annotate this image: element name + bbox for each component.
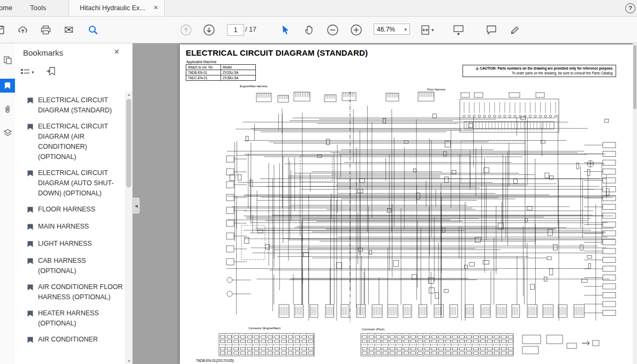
print-icon[interactable] bbox=[41, 25, 51, 35]
applicable-machine-table: Attach to vol. No. Model TADB-EN-01 ZX33… bbox=[186, 64, 256, 81]
connector-left-label: Connector (Engine/Main) bbox=[248, 327, 280, 330]
table-cell: TADC-EN-01 bbox=[186, 75, 221, 81]
bookmark-label: HEATER HARNESS (OPTIONAL) bbox=[38, 308, 123, 329]
bookmark-label: ELECTRICAL CIRCUIT DIAGRAM (AIR CONDITIO… bbox=[38, 122, 123, 162]
search-icon[interactable] bbox=[88, 25, 98, 35]
next-page-icon[interactable] bbox=[203, 24, 215, 36]
scroll-up-icon[interactable]: ▲ bbox=[126, 93, 132, 96]
document-tab-label: Hitachi Hydraulic Ex... bbox=[80, 0, 145, 16]
bookmarks-panel-icon[interactable] bbox=[0, 79, 15, 93]
close-document-icon[interactable]: × bbox=[151, 4, 160, 12]
bookmark-item[interactable]: ELECTRICAL CIRCUIT DIAGRAM (STANDARD) bbox=[15, 95, 125, 116]
comment-icon[interactable] bbox=[486, 25, 497, 35]
tab-tools[interactable]: Tools bbox=[24, 0, 52, 16]
page-title: ELECTRICAL CIRCUIT DIAGRAM (STANDARD) bbox=[186, 48, 368, 57]
previous-page-icon[interactable] bbox=[180, 24, 192, 36]
engine-harness-label: Engine/Main Harness bbox=[240, 85, 268, 88]
layers-icon[interactable] bbox=[0, 126, 15, 140]
bookmark-options-icon[interactable]: ▾ bbox=[20, 68, 34, 77]
save-icon[interactable] bbox=[0, 25, 5, 35]
tab-bar: ome Tools Hitachi Hydraulic Ex... × ? bbox=[0, 0, 637, 17]
wiring-diagram bbox=[209, 92, 627, 359]
bookmark-label: ELECTRICAL CIRCUIT DIAGRAM (STANDARD) bbox=[38, 95, 123, 116]
acrobat-window: ome Tools Hitachi Hydraulic Ex... × ? ✉ … bbox=[0, 0, 637, 364]
bookmark-icon bbox=[27, 240, 34, 250]
bookmark-list: ELECTRICAL CIRCUIT DIAGRAM (STANDARD) EL… bbox=[15, 95, 125, 364]
bookmark-item[interactable]: ELECTRICAL CIRCUIT DIAGRAM (AIR CONDITIO… bbox=[15, 122, 125, 162]
zoom-level-dropdown[interactable]: 46.7% ▾ bbox=[374, 24, 410, 35]
scrollbar-thumb[interactable] bbox=[633, 45, 636, 109]
bookmark-item[interactable]: FLOOR HARNESS bbox=[15, 204, 125, 216]
zoom-in-icon[interactable] bbox=[350, 24, 362, 36]
main-region: Bookmarks × ▾ ELECTRICAL CIRCUIT DIAGRAM… bbox=[0, 43, 637, 364]
highlighter-icon[interactable] bbox=[510, 25, 520, 35]
table-header-cell: Model bbox=[221, 65, 256, 70]
email-icon[interactable]: ✉ bbox=[64, 24, 74, 36]
bookmark-label: AIR CONDITIONER bbox=[38, 335, 98, 345]
navigation-strip bbox=[0, 43, 16, 364]
page-display-mode-icon[interactable] bbox=[453, 25, 464, 35]
zoom-out-icon[interactable] bbox=[327, 24, 339, 36]
document-viewer: ◂ ELECTRICAL CIRCUIT DIAGRAM (STANDARD) … bbox=[133, 43, 633, 364]
table-cell: ZX33U-5A bbox=[221, 70, 256, 75]
caution-line-2: To order parts on the drawing, be sure t… bbox=[465, 71, 613, 76]
bookmark-icon bbox=[27, 284, 34, 293]
toolbar: ✉ / 17 46.7% ▾ ▾ bbox=[0, 17, 637, 43]
connector-right-label: Connector (Floor) bbox=[362, 328, 384, 331]
bookmark-item[interactable]: AIR CONDITIONER bbox=[15, 335, 125, 346]
bookmark-item[interactable]: LIGHT HARNESS bbox=[15, 239, 125, 250]
select-tool-icon[interactable] bbox=[282, 25, 291, 35]
bookmark-item[interactable]: AIR CONDITIONER FLOOR HARNESS (OPTIONAL) bbox=[15, 282, 125, 302]
document-code: TADB-EN-01(20170105) bbox=[196, 359, 234, 362]
bookmarks-scrollbar[interactable]: ▲ ▼ bbox=[125, 92, 132, 364]
chevron-down-icon: ▾ bbox=[431, 27, 434, 33]
bookmarks-panel-title: Bookmarks bbox=[23, 48, 63, 57]
go-to-current-bookmark-icon[interactable] bbox=[46, 67, 56, 78]
bookmark-icon bbox=[27, 170, 34, 179]
bookmark-icon bbox=[27, 336, 34, 346]
attachments-icon[interactable] bbox=[0, 102, 15, 116]
bookmark-item[interactable]: CAB HARNESS (OPTIONAL) bbox=[15, 256, 125, 276]
fit-width-icon[interactable]: ▾ bbox=[421, 25, 434, 35]
tab-document[interactable]: Hitachi Hydraulic Ex... × bbox=[69, 0, 165, 16]
table-header-cell: Attach to vol. No. bbox=[186, 65, 221, 70]
bookmark-label: MAIN HARNESS bbox=[38, 222, 89, 232]
page-count-label: / 17 bbox=[245, 26, 256, 33]
bookmark-label: AIR CONDITIONER FLOOR HARNESS (OPTIONAL) bbox=[38, 282, 123, 302]
caution-line-1: ⚠ CAUTION: Parts numbers on the drawing … bbox=[465, 66, 613, 71]
close-panel-icon[interactable]: × bbox=[112, 47, 122, 57]
page-number-input[interactable] bbox=[227, 24, 244, 36]
bookmark-item[interactable]: HEATER HARNESS (OPTIONAL) bbox=[15, 308, 125, 329]
bookmarks-panel: Bookmarks × ▾ ELECTRICAL CIRCUIT DIAGRAM… bbox=[15, 43, 133, 364]
table-cell: TADB-EN-01 bbox=[186, 70, 221, 75]
tab-home[interactable]: ome bbox=[0, 0, 19, 16]
chevron-down-icon: ▾ bbox=[32, 70, 34, 75]
bookmark-icon bbox=[27, 310, 34, 320]
bookmark-label: LIGHT HARNESS bbox=[38, 239, 92, 249]
pdf-page: ELECTRICAL CIRCUIT DIAGRAM (STANDARD) Ap… bbox=[180, 44, 633, 364]
bookmark-icon bbox=[27, 97, 34, 107]
table-cell: ZX38U-5A bbox=[221, 75, 256, 81]
zoom-level-value: 46.7% bbox=[377, 26, 395, 33]
help-icon[interactable]: ? bbox=[625, 3, 635, 13]
page-thumbnails-icon[interactable] bbox=[0, 53, 15, 67]
caution-box: ⚠ CAUTION: Parts numbers on the drawing … bbox=[462, 65, 616, 77]
bookmark-label: ELECTRICAL CIRCUIT DIAGRAM (AUTO SHUT-DO… bbox=[38, 168, 123, 199]
bookmark-icon bbox=[27, 123, 34, 133]
bookmark-icon bbox=[27, 206, 34, 216]
hand-tool-icon[interactable] bbox=[304, 25, 314, 35]
bookmark-item[interactable]: ELECTRICAL CIRCUIT DIAGRAM (AUTO SHUT-DO… bbox=[15, 168, 125, 199]
scrollbar-thumb[interactable] bbox=[126, 99, 131, 187]
floor-harness-label: Floor Harness bbox=[427, 88, 445, 91]
window-scrollbar[interactable] bbox=[633, 43, 637, 364]
applicable-machine-caption: Applicable Machine bbox=[186, 60, 216, 64]
bookmarks-toolbar: ▾ bbox=[20, 67, 56, 78]
share-cloud-icon[interactable] bbox=[18, 25, 28, 35]
bookmark-icon bbox=[27, 223, 34, 233]
collapse-panel-icon[interactable]: ◂ bbox=[133, 198, 140, 214]
bookmark-label: FLOOR HARNESS bbox=[38, 204, 95, 215]
bookmark-label: CAB HARNESS (OPTIONAL) bbox=[38, 256, 123, 276]
bookmark-icon bbox=[27, 257, 34, 267]
bookmark-item[interactable]: MAIN HARNESS bbox=[15, 222, 125, 233]
scroll-down-icon[interactable]: ▼ bbox=[126, 359, 132, 363]
